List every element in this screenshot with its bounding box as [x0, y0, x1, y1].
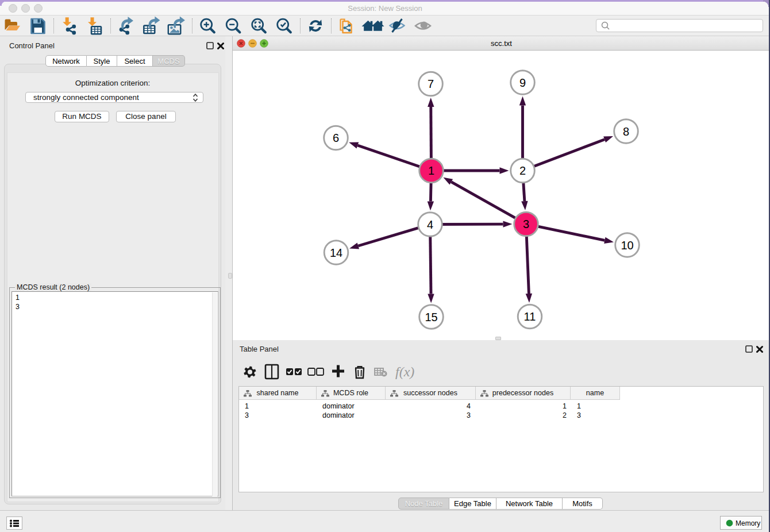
svg-text:3: 3 [523, 218, 529, 230]
svg-text:6: 6 [333, 132, 339, 144]
svg-text:11: 11 [524, 310, 536, 323]
svg-text:7: 7 [428, 78, 434, 90]
svg-text:2: 2 [519, 164, 526, 177]
svg-text:14: 14 [330, 246, 342, 259]
svg-text:15: 15 [425, 311, 437, 323]
svg-text:4: 4 [427, 218, 433, 231]
svg-text:10: 10 [621, 239, 633, 252]
svg-text:9: 9 [519, 76, 526, 89]
svg-text:8: 8 [623, 125, 629, 138]
svg-text:1: 1 [428, 164, 434, 177]
svg-text:f(x): f(x) [395, 364, 414, 379]
